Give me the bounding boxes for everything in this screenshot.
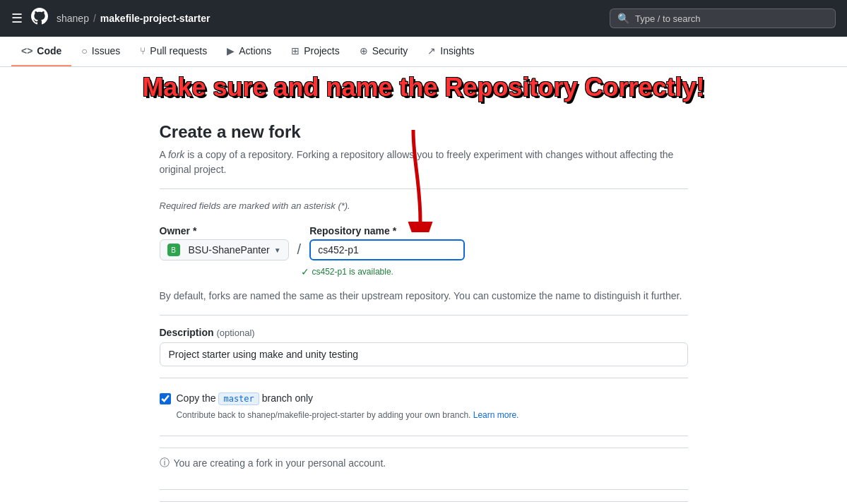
description-input[interactable] [160, 342, 688, 366]
main-content: Create a new fork A fork is a copy of a … [148, 105, 699, 504]
tab-insights-label: Insights [440, 45, 474, 56]
tab-projects-label: Projects [304, 45, 340, 56]
search-icon: 🔍 [617, 13, 629, 24]
annotation-text: Make sure and name the Repository Correc… [142, 73, 704, 102]
repo-link[interactable]: makefile-project-starter [100, 13, 211, 24]
tab-code[interactable]: <> Code [11, 37, 71, 66]
tab-code-label: Code [37, 45, 61, 56]
security-icon: ⊕ [360, 45, 368, 56]
insights-icon: ↗ [427, 45, 436, 56]
copy-branch-checkbox[interactable] [160, 393, 171, 404]
github-logo [31, 8, 48, 29]
pull-requests-icon: ⑂ [140, 45, 146, 56]
menu-icon[interactable]: ☰ [11, 11, 23, 26]
repo-name-group: Repository name * [309, 225, 465, 260]
tab-projects[interactable]: ⊞ Projects [281, 37, 350, 66]
owner-avatar: B [167, 244, 180, 256]
repo-name-input[interactable] [309, 239, 465, 260]
content-wrapper: Create a new fork A fork is a copy of a … [0, 105, 847, 504]
divider-3 [160, 378, 688, 378]
account-note-text: You are creating a fork in your personal… [174, 457, 386, 469]
issues-icon: ○ [81, 45, 87, 56]
tab-actions[interactable]: ▶ Actions [217, 37, 281, 66]
owner-select[interactable]: B BSU-ShanePanter ▼ [160, 239, 289, 260]
availability-text: cs452-p1 is available. [312, 267, 393, 277]
description-optional: (optional) [216, 328, 254, 338]
required-note: Required fields are marked with an aster… [160, 200, 688, 211]
slash-separator: / [295, 241, 304, 258]
learn-more-link[interactable]: Learn more. [473, 410, 519, 420]
page-title: Create a new fork [160, 122, 688, 142]
description-section: Description (optional) [160, 327, 688, 366]
fork-italic: fork [168, 149, 184, 160]
user-link[interactable]: shanep [57, 13, 89, 24]
search-placeholder: Type / to search [635, 13, 828, 24]
tab-issues-label: Issues [92, 45, 120, 56]
chevron-down-icon: ▼ [274, 246, 281, 254]
checkbox-section: Copy the master branch only Contribute b… [160, 392, 688, 421]
tab-pull-requests-label: Pull requests [150, 45, 207, 56]
checkbox-row: Copy the master branch only [160, 392, 688, 405]
header: ☰ shanep / makefile-project-starter 🔍 Ty… [0, 0, 847, 37]
tab-security[interactable]: ⊕ Security [350, 37, 418, 66]
page-description: A fork is a copy of a repository. Forkin… [160, 148, 688, 177]
tab-insights[interactable]: ↗ Insights [417, 37, 484, 66]
tab-issues[interactable]: ○ Issues [71, 37, 130, 66]
search-bar[interactable]: 🔍 Type / to search [610, 8, 836, 28]
nav-tabs: <> Code ○ Issues ⑂ Pull requests ▶ Actio… [0, 37, 847, 67]
projects-icon: ⊞ [291, 45, 300, 56]
divider-1 [160, 188, 688, 189]
tab-pull-requests[interactable]: ⑂ Pull requests [130, 37, 217, 66]
checkbox-label: Copy the master branch only [177, 392, 314, 405]
footer-area: Create fork [160, 501, 688, 504]
divider-2 [160, 315, 688, 316]
divider-4 [160, 436, 688, 436]
checkbox-sublabel: Contribute back to shanep/makefile-proje… [177, 409, 688, 421]
fork-naming-note: By default, forks are named the same as … [160, 289, 688, 304]
owner-label: Owner * [160, 225, 289, 236]
owner-select-name: BSU-ShanePanter [189, 244, 270, 256]
branch-badge: master [218, 392, 259, 405]
availability-msg: ✓ cs452-p1 is available. [301, 266, 688, 277]
code-icon: <> [21, 45, 32, 56]
annotation-banner: Make sure and name the Repository Correc… [0, 67, 847, 105]
breadcrumb-separator: / [93, 13, 96, 24]
info-icon: ⓘ [160, 457, 170, 469]
actions-icon: ▶ [227, 45, 235, 56]
owner-group: Owner * B BSU-ShanePanter ▼ [160, 225, 289, 260]
repo-name-label: Repository name * [309, 225, 465, 236]
breadcrumb: shanep / makefile-project-starter [57, 13, 210, 24]
tab-actions-label: Actions [239, 45, 271, 56]
divider-5 [160, 489, 688, 490]
tab-security-label: Security [372, 45, 408, 56]
check-circle-icon: ✓ [301, 266, 309, 277]
checkbox-sublabel-text: Contribute back to shanep/makefile-proje… [177, 410, 471, 420]
owner-repo-row: Owner * B BSU-ShanePanter ▼ / Repository… [160, 225, 688, 260]
description-label: Description (optional) [160, 327, 688, 338]
account-note: ⓘ You are creating a fork in your person… [160, 448, 688, 478]
